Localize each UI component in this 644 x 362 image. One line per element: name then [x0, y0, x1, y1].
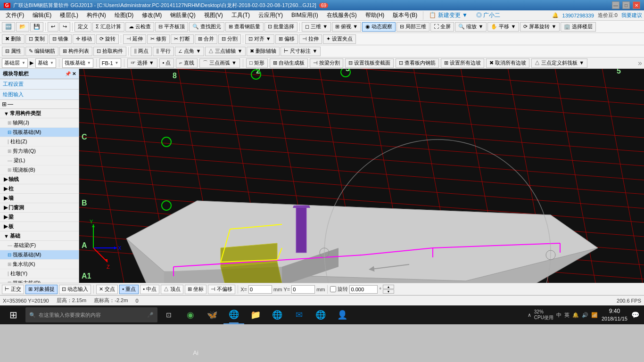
- menu-cloud[interactable]: 云应用(Y): [255, 10, 287, 20]
- layer-dropdown[interactable]: 基础层▼: [2, 58, 28, 68]
- tree-group-wall[interactable]: ▶墙: [0, 194, 79, 203]
- btn-mirror[interactable]: ⊟ 镜像: [49, 34, 72, 44]
- btn-top-view[interactable]: ⊞ 俯视 ▼: [332, 22, 361, 32]
- tree-item-beam[interactable]: —梁(L): [0, 156, 79, 165]
- menu-bim[interactable]: BIM应用(I): [288, 10, 322, 20]
- menu-steel[interactable]: 钢筋量(Q): [166, 10, 199, 20]
- maximize-button[interactable]: □: [622, 1, 630, 9]
- search-bar[interactable]: 🔍 在这里输入你要搜索的内容 🎤: [25, 307, 157, 322]
- btn-del-axis[interactable]: ✖ 删除辅轴: [247, 47, 280, 56]
- btn-break[interactable]: ✂ 打断: [171, 34, 193, 44]
- network-icon[interactable]: 📶: [591, 312, 598, 318]
- tree-group-common[interactable]: ▼常用构件类型: [0, 109, 79, 118]
- tray-expand[interactable]: ∧: [528, 312, 531, 318]
- btn-set-section[interactable]: ⊟ 设置筏板变截面: [345, 58, 394, 68]
- toolbar-expand[interactable]: »: [638, 59, 642, 67]
- notification-icon[interactable]: 🔔: [572, 312, 579, 318]
- rotate-input[interactable]: [349, 285, 378, 294]
- btn-select[interactable]: ☞ 选择 ▼: [127, 58, 157, 68]
- btn-auto-gen[interactable]: ⊞ 自动生成板: [270, 58, 308, 68]
- btn-stretch[interactable]: ⊣ 拉伸: [299, 34, 322, 44]
- btn-delete[interactable]: ✖ 删除: [2, 34, 25, 44]
- btn-save[interactable]: 💾: [30, 22, 43, 32]
- btn-open[interactable]: 📂: [16, 22, 29, 32]
- btn-flat-top[interactable]: ⊟ 平齐板顶: [155, 22, 188, 32]
- sidebar-drawing[interactable]: 绘图输入: [0, 90, 79, 100]
- menu-online[interactable]: 在线服务(S): [323, 10, 361, 20]
- btn-dynamic[interactable]: ◉ 动态观察: [362, 22, 396, 32]
- btn-split[interactable]: ⊟ 分割: [218, 34, 241, 44]
- btn-three-point-slope[interactable]: △ 三点定义斜筏板 ▼: [531, 58, 587, 68]
- btn-pick[interactable]: ⊡ 拾取构件: [93, 47, 126, 56]
- btn-3d[interactable]: ◻ 三维 ▼: [302, 22, 331, 32]
- tree-group-col[interactable]: ▶柱: [0, 184, 79, 194]
- lang-cn[interactable]: 中: [556, 312, 561, 319]
- btn-batch[interactable]: ⊡ 批量选择: [264, 22, 297, 32]
- rotate-stepper[interactable]: ▲ ▼: [383, 285, 394, 294]
- speaker-icon[interactable]: 🔊: [582, 312, 588, 318]
- btn-find[interactable]: 🔍 查找图元: [189, 22, 224, 32]
- btn-trim[interactable]: ✂ 修剪: [147, 34, 170, 44]
- taskbar-app-explorer[interactable]: 📁: [245, 305, 266, 324]
- tree-item-foundation-beam[interactable]: —基础梁(F): [0, 241, 79, 250]
- btn-merge[interactable]: ⊞ 合并: [195, 34, 217, 44]
- taskbar-app-browser[interactable]: 🌐: [223, 305, 244, 324]
- menu-tools[interactable]: 工具(T): [228, 10, 254, 20]
- btn-intersection[interactable]: ✕ 交点: [96, 285, 118, 294]
- tree-group-axis[interactable]: ▶轴线: [0, 175, 79, 184]
- tree-group-liang[interactable]: ▶梁: [0, 213, 79, 222]
- btn-pan[interactable]: ✋ 平移 ▼: [487, 22, 519, 32]
- btn-view-board-steel[interactable]: ⊡ 查看板内钢筋: [396, 58, 439, 68]
- btn-coordinate[interactable]: ⊞ 坐标: [185, 285, 206, 294]
- type-dropdown[interactable]: 筏板基础▼: [62, 58, 93, 68]
- btn-dynamic-input[interactable]: ⊡ 动态输入: [59, 285, 91, 294]
- btn-arc[interactable]: ⌒ 三点画弧 ▼: [199, 58, 240, 68]
- taskbar-app-mail[interactable]: ✉: [289, 305, 309, 324]
- y-input[interactable]: [291, 285, 315, 294]
- btn-offset[interactable]: ⊞ 偏移: [275, 34, 298, 44]
- sidebar-engineering[interactable]: 工程设置: [0, 79, 79, 90]
- btn-center[interactable]: • 中点: [140, 285, 159, 294]
- rotate-checkbox[interactable]: [330, 286, 336, 292]
- btn-component-list[interactable]: ⊞ 构件列表: [59, 47, 92, 56]
- menu-edit[interactable]: 编辑(E): [29, 10, 55, 20]
- btn-edit-steel[interactable]: ✎ 编辑钢筋: [25, 47, 58, 56]
- btn-sum[interactable]: Σ 汇总计算: [92, 22, 124, 32]
- taskview-button[interactable]: ⊡: [158, 305, 179, 324]
- lang-en[interactable]: 英: [564, 312, 570, 319]
- menu-modify[interactable]: 修改(M): [138, 10, 165, 20]
- tree-item-raft[interactable]: ⊟筏板基础(M): [0, 250, 79, 260]
- btn-line[interactable]: ⌐ 直线: [176, 58, 197, 68]
- menu-draw[interactable]: 绘图(D): [111, 10, 138, 20]
- btn-cloud-check[interactable]: ☁ 云检查: [125, 22, 154, 32]
- tree-item-grid[interactable]: ⊞轴网(J): [0, 118, 79, 128]
- tree-item-slab[interactable]: ⊟筏板基础(M): [0, 128, 79, 137]
- tree-item-board[interactable]: ⊞现浇板(B): [0, 165, 79, 175]
- btn-redo[interactable]: ↪: [59, 22, 70, 32]
- btn-midpoint[interactable]: • 重点: [119, 285, 139, 294]
- btn-rotate[interactable]: ⟳ 屏幕旋转 ▼: [520, 22, 560, 32]
- sidebar-pin[interactable]: 📌 ✕: [65, 71, 76, 76]
- tree-group-ban[interactable]: ▶板: [0, 222, 79, 231]
- tree-item-column[interactable]: |柱柱(Z): [0, 137, 79, 147]
- menu-version[interactable]: 版本号(B): [389, 10, 421, 20]
- menu-file[interactable]: 文件(F): [2, 10, 28, 20]
- btn-define[interactable]: 定义: [74, 22, 91, 32]
- tree-item-pit[interactable]: ⊞集水坑(K): [0, 260, 79, 269]
- btn-view-steel[interactable]: ⊞ 查看钢筋量: [225, 22, 264, 32]
- btn-select-floor[interactable]: 🏢 选择楼层: [561, 22, 596, 32]
- taskbar-app-user[interactable]: 👤: [332, 305, 353, 324]
- btn-three-point[interactable]: △ 三点辅轴 ▼: [205, 47, 246, 56]
- btn-extend[interactable]: ⊣ 延伸: [123, 34, 146, 44]
- viewport-3d[interactable]: 8 2 3 5 6 7 C B A A1 X Y Z: [79, 69, 644, 283]
- btn-point[interactable]: • 点: [159, 58, 174, 68]
- menu-component[interactable]: 构件(N): [83, 10, 110, 20]
- close-button[interactable]: ✕: [633, 1, 640, 9]
- component-dropdown[interactable]: FB-1▼: [99, 58, 121, 68]
- tree-item-pier[interactable]: |柱墩(Y): [0, 269, 79, 279]
- btn-fullscreen[interactable]: ⛶ 全屏: [430, 22, 454, 32]
- btn-move[interactable]: ✛ 移动: [73, 34, 95, 44]
- minimize-button[interactable]: —: [612, 1, 619, 9]
- taskbar-app-1[interactable]: ◉: [180, 305, 201, 324]
- floor-dropdown[interactable]: 基础▼: [35, 58, 56, 68]
